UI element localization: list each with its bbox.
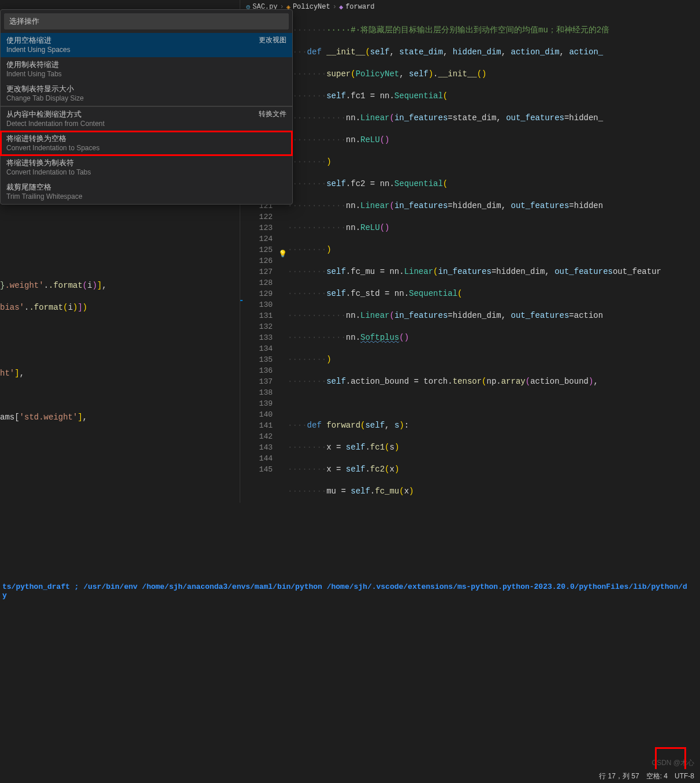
terminal-panel[interactable]: ts/python_draft ; /usr/bin/env /home/sjh… xyxy=(0,578,700,670)
line-number: 125 xyxy=(240,244,273,255)
line-number: 136 xyxy=(240,365,273,376)
breadcrumb-class[interactable]: PolicyNet xyxy=(293,3,330,11)
right-editor: ⚙ SAC.py › ◈ PolicyNet › ◆ forward 11611… xyxy=(240,0,700,503)
line-number: 138 xyxy=(240,387,273,398)
palette-item-0[interactable]: 使用空格缩进更改视图Indent Using Spaces xyxy=(1,33,292,57)
code-area[interactable]: ·············#·将隐藏层的目标输出层分别输出到动作空间的均值mu；… xyxy=(288,14,700,503)
line-number: 133 xyxy=(240,332,273,343)
line-number: 122 xyxy=(240,211,273,222)
left-code-snippets: ers()) }.weight'..format(i)], bias'..for… xyxy=(0,181,240,503)
palette-item-5[interactable]: 将缩进转换为制表符Convert Indentation to Tabs xyxy=(1,155,292,180)
method-icon: ◆ xyxy=(339,3,343,12)
palette-item-1[interactable]: 使用制表符缩进Indent Using Tabs xyxy=(1,57,292,81)
line-number: 130 xyxy=(240,299,273,310)
line-number: 145 xyxy=(240,464,273,475)
line-number: 143 xyxy=(240,442,273,453)
chevron-right-icon: › xyxy=(333,3,337,11)
line-number: 123 xyxy=(240,222,273,233)
status-cursor-pos[interactable]: 行 17，列 57 xyxy=(599,771,639,781)
line-number: 144 xyxy=(240,453,273,464)
palette-item-3[interactable]: 从内容中检测缩进方式转换文件Detect Indentation from Co… xyxy=(1,107,292,131)
breadcrumb[interactable]: ⚙ SAC.py › ◈ PolicyNet › ◆ forward xyxy=(240,0,700,14)
line-number: 139 xyxy=(240,398,273,409)
palette-search-input[interactable]: 选择操作 xyxy=(4,13,289,29)
line-number: 128 xyxy=(240,277,273,288)
statusbar: 行 17，列 57 空格: 4 UTF-8 xyxy=(0,769,700,783)
line-number: 142 xyxy=(240,431,273,442)
line-number: 141 xyxy=(240,420,273,431)
status-encoding[interactable]: UTF-8 xyxy=(675,772,694,780)
command-palette: 选择操作 使用空格缩进更改视图Indent Using Spaces使用制表符缩… xyxy=(0,9,293,205)
line-number: 137 xyxy=(240,376,273,387)
line-number: 140 xyxy=(240,409,273,420)
line-number: 134 xyxy=(240,343,273,354)
line-number: 124 xyxy=(240,233,273,244)
line-number: 129 xyxy=(240,288,273,299)
line-number: 131 xyxy=(240,310,273,321)
palette-item-4[interactable]: 将缩进转换为空格Convert Indentation to Spaces xyxy=(1,131,292,155)
palette-item-6[interactable]: 裁剪尾随空格Trim Trailing Whitespace xyxy=(1,180,292,204)
line-number: 132 xyxy=(240,321,273,332)
line-number: 126 xyxy=(240,255,273,266)
fold-marker xyxy=(240,300,243,301)
palette-item-2[interactable]: 更改制表符显示大小Change Tab Display Size xyxy=(1,81,292,106)
line-number: 135 xyxy=(240,354,273,365)
status-indent[interactable]: 空格: 4 xyxy=(646,771,668,781)
terminal-output: ts/python_draft ; /usr/bin/env /home/sjh… xyxy=(2,582,698,600)
breadcrumb-method[interactable]: forward xyxy=(345,3,374,11)
lightbulb-icon[interactable]: 💡 xyxy=(278,250,287,258)
line-number: 127 xyxy=(240,266,273,277)
